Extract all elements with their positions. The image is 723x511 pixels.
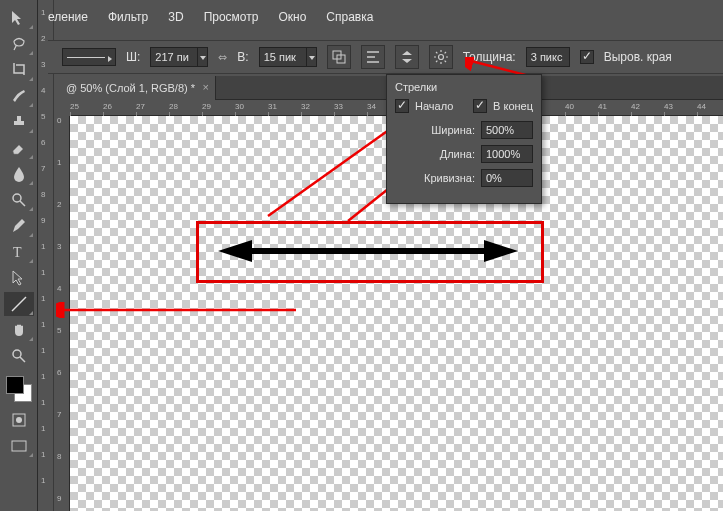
gutter-number: 1 [41, 242, 45, 251]
arrange-icon[interactable] [395, 45, 419, 69]
gutter-number: 9 [41, 216, 45, 225]
thickness-label: Толщина: [463, 50, 516, 64]
arrow-curvature-label: Кривизна: [424, 172, 475, 184]
ruler-tick: 43 [664, 102, 673, 111]
ruler-tick: 30 [235, 102, 244, 111]
ruler-tick: 5 [57, 326, 61, 335]
options-bar: Ш: ⇔ В: Толщина: Выров. края [48, 40, 723, 74]
stroke-preset-dropdown[interactable] [62, 48, 116, 66]
drawn-line-arrow [218, 236, 518, 266]
type-tool[interactable]: T [4, 240, 34, 264]
arrow-start-label: Начало [415, 100, 453, 112]
gutter-number: 1 [41, 8, 45, 17]
menu-item[interactable]: 3D [168, 10, 183, 24]
gutter-number: 1 [41, 450, 45, 459]
height-dropdown-icon[interactable] [307, 47, 317, 67]
svg-point-0 [13, 194, 21, 202]
move-tool[interactable] [4, 6, 34, 30]
document-tab-title: @ 50% (Слой 1, RGB/8) * [66, 82, 195, 94]
ruler-tick: 26 [103, 102, 112, 111]
gear-icon[interactable] [429, 45, 453, 69]
ruler-tick: 29 [202, 102, 211, 111]
gutter-number: 1 [41, 320, 45, 329]
ruler-tick: 41 [598, 102, 607, 111]
ruler-tick: 28 [169, 102, 178, 111]
ruler-tick: 32 [301, 102, 310, 111]
gutter-number: 5 [41, 112, 45, 121]
height-label: В: [237, 50, 248, 64]
width-input[interactable] [150, 47, 198, 67]
path-ops-icon[interactable] [327, 45, 351, 69]
ruler-tick: 25 [70, 102, 79, 111]
arrow-end-checkbox[interactable] [473, 99, 487, 113]
ruler-tick: 1 [57, 158, 61, 167]
ruler-tick: 42 [631, 102, 640, 111]
color-swatches[interactable] [6, 376, 32, 402]
ruler-tick: 34 [367, 102, 376, 111]
arrow-width-input[interactable] [481, 121, 533, 139]
panel-title: Стрелки [395, 81, 533, 93]
foreground-color-swatch[interactable] [6, 376, 24, 394]
zoom-tool[interactable] [4, 344, 34, 368]
crop-tool[interactable] [4, 58, 34, 82]
eraser-tool[interactable] [4, 136, 34, 160]
arrow-start-checkbox[interactable] [395, 99, 409, 113]
svg-point-2 [13, 350, 21, 358]
line-tool[interactable] [4, 292, 34, 316]
ruler-tick: 3 [57, 242, 61, 251]
healing-brush-tool[interactable] [4, 84, 34, 108]
arrow-length-label: Длина: [440, 148, 475, 160]
hand-tool[interactable] [4, 318, 34, 342]
gutter-number: 1 [41, 346, 45, 355]
lasso-tool[interactable] [4, 32, 34, 56]
screenmode-toggle[interactable] [4, 434, 34, 458]
gutter-number: 4 [41, 86, 45, 95]
ruler-tick: 9 [57, 494, 61, 503]
ruler-tick: 6 [57, 368, 61, 377]
ruler-tick: 31 [268, 102, 277, 111]
arrow-end-label: В конец [493, 100, 533, 112]
ruler-tick: 40 [565, 102, 574, 111]
tools-panel: T [0, 0, 38, 511]
gutter-number: 1 [41, 268, 45, 277]
menu-bar: еление Фильтр 3D Просмотр Окно Справка [48, 10, 373, 24]
gutter-number: 8 [41, 190, 45, 199]
document-tab[interactable]: @ 50% (Слой 1, RGB/8) * × [54, 76, 216, 100]
stamp-tool[interactable] [4, 110, 34, 134]
gutter-number: 1 [41, 294, 45, 303]
ruler-tick: 4 [57, 284, 61, 293]
magnify-tool[interactable] [4, 188, 34, 212]
gutter-number: 1 [41, 372, 45, 381]
svg-text:T: T [13, 245, 22, 260]
menu-item[interactable]: Просмотр [204, 10, 259, 24]
width-label: Ш: [126, 50, 140, 64]
ruler-tick: 0 [57, 116, 61, 125]
quickmask-toggle[interactable] [4, 408, 34, 432]
height-input[interactable] [259, 47, 307, 67]
gutter-number: 1 [41, 424, 45, 433]
ruler-tick: 7 [57, 410, 61, 419]
ruler-tick: 8 [57, 452, 61, 461]
menu-item[interactable]: Фильтр [108, 10, 148, 24]
svg-marker-9 [218, 240, 518, 262]
gutter-number: 7 [41, 164, 45, 173]
left-gutter: 1234567891111111111 [38, 0, 54, 511]
arrow-length-input[interactable] [481, 145, 533, 163]
menu-item[interactable]: еление [48, 10, 88, 24]
link-wh-icon[interactable]: ⇔ [218, 51, 227, 64]
ruler-tick: 2 [57, 200, 61, 209]
path-selection-tool[interactable] [4, 266, 34, 290]
arrow-curvature-input[interactable] [481, 169, 533, 187]
align-icon[interactable] [361, 45, 385, 69]
thickness-input[interactable] [526, 47, 570, 67]
vertical-ruler: 0123456789 [54, 116, 70, 511]
menu-item[interactable]: Окно [278, 10, 306, 24]
pen-tool[interactable] [4, 214, 34, 238]
width-dropdown-icon[interactable] [198, 47, 208, 67]
blur-tool[interactable] [4, 162, 34, 186]
align-edges-checkbox[interactable] [580, 50, 594, 64]
menu-item[interactable]: Справка [326, 10, 373, 24]
svg-rect-5 [12, 441, 26, 451]
close-icon[interactable]: × [203, 81, 209, 93]
ruler-tick: 33 [334, 102, 343, 111]
